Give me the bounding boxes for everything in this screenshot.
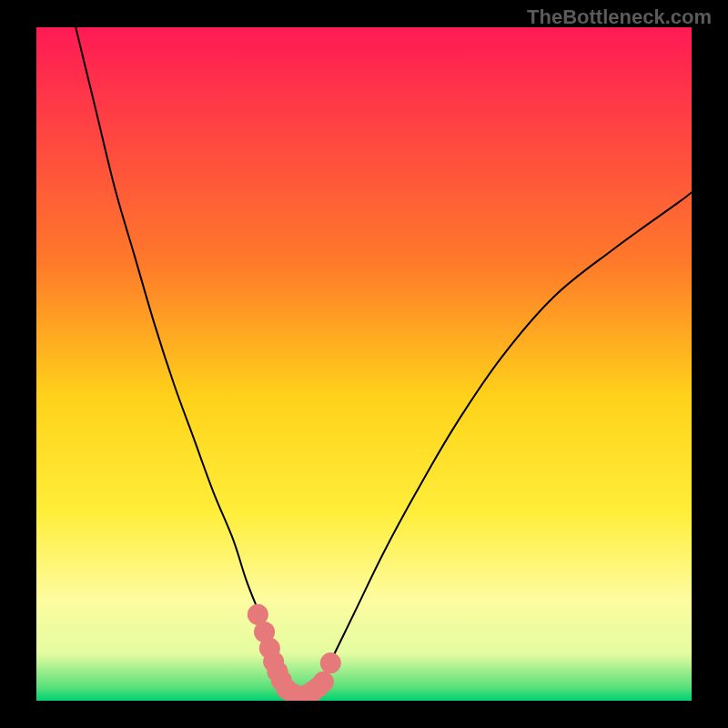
data-marker bbox=[313, 672, 334, 693]
chart-svg bbox=[36, 27, 692, 701]
gradient-background bbox=[36, 27, 692, 701]
data-marker bbox=[320, 652, 341, 673]
plot-area bbox=[36, 27, 692, 701]
watermark-text: TheBottleneck.com bbox=[527, 5, 712, 29]
